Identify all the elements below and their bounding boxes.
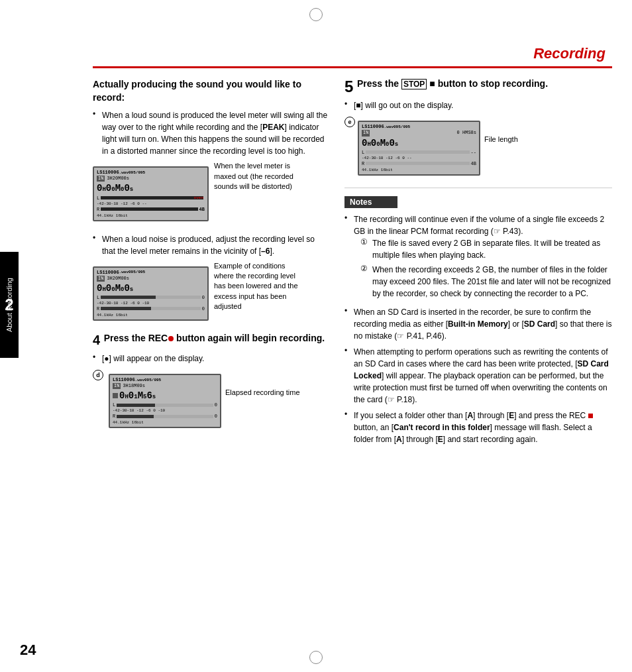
note-1-sub-2-num: ② bbox=[360, 264, 372, 300]
header-divider bbox=[93, 66, 612, 68]
display-2-caption: Example of conditions where the recordin… bbox=[214, 261, 300, 312]
note-3-dot: • bbox=[344, 346, 354, 406]
file-length-label: File length bbox=[484, 135, 518, 143]
step-4-number: 4 bbox=[93, 333, 100, 347]
elapsed-label: Elapsed recording time bbox=[225, 388, 300, 396]
note-1-sub-2: ② When the recording exceeds 2 GB, the n… bbox=[360, 264, 612, 300]
step-4-bullet-dot: • bbox=[93, 353, 102, 364]
bullet-dot-1: • bbox=[93, 109, 102, 157]
step-5-title: Press the STOP ■ button to stop recordin… bbox=[357, 78, 548, 89]
device-display-3: LS110006.wav 095/095 IN 3H18M09s 0H01M56… bbox=[109, 374, 221, 428]
step-5-bullet-1: • [■] will go out on the display. bbox=[344, 99, 612, 111]
step-5-number: 5 bbox=[344, 78, 353, 95]
chapter-label: About Recording bbox=[1, 258, 17, 351]
note-3-text: When attempting to perform operations su… bbox=[354, 346, 612, 406]
note-1-sub-1-num: ① bbox=[360, 237, 372, 261]
left-column: Actually producing the sound you would l… bbox=[93, 78, 328, 437]
step-5-bullet-dot: • bbox=[344, 99, 354, 111]
bullet-2: • When a loud noise is produced, adjust … bbox=[93, 233, 328, 257]
note-1-dot: • bbox=[344, 213, 354, 302]
bullet-1-text: When a loud sound is produced the level … bbox=[102, 109, 328, 157]
step-5-header: 5 Press the STOP ■ button to stop record… bbox=[344, 78, 612, 95]
note-2: • When an SD Card is inserted in the rec… bbox=[344, 306, 612, 342]
note-1-sub-1: ① The file is saved every 2 GB in separa… bbox=[360, 237, 612, 261]
device-display-1: LS110006.wav 095/095 IN 3H20M00s 0H00M00… bbox=[93, 166, 209, 221]
device-display-4: LS110006.wav 095/095 IN 0 HMS8s 0H00M00s… bbox=[358, 121, 480, 175]
notes-header: Notes bbox=[344, 196, 397, 208]
decoration-circle-bottom bbox=[309, 651, 323, 664]
display-4-area: e LS110006.wav 095/095 IN 0 HMS8s 0H00M0… bbox=[344, 115, 612, 180]
step-4-header: 4 Press the REC button again will begin … bbox=[93, 333, 328, 347]
main-content: Actually producing the sound you would l… bbox=[93, 72, 612, 639]
note-4-text: If you select a folder other than [A] th… bbox=[354, 410, 612, 445]
page-title: Recording bbox=[533, 45, 606, 62]
notes-section: Notes • The recording will continue even… bbox=[344, 196, 612, 445]
bullet-dot-2: • bbox=[93, 233, 102, 257]
note-4: • If you select a folder other than [A] … bbox=[344, 410, 612, 445]
section-title-text: Actually producing the sound you would l… bbox=[93, 79, 301, 103]
step-4-bullet-1: • [●] will appear on the display. bbox=[93, 353, 328, 364]
display-1-caption: When the level meter is maxed out (the r… bbox=[214, 161, 300, 192]
note-2-dot: • bbox=[344, 306, 354, 342]
file-length-text: File length bbox=[484, 135, 518, 143]
left-section-title: Actually producing the sound you would l… bbox=[93, 78, 328, 104]
note-2-text: When an SD Card is inserted in the recor… bbox=[354, 306, 612, 342]
display-2-area: LS110006.wav 095/095 IN 3H20M00s 0H00M00… bbox=[93, 261, 328, 326]
stop-label: STOP bbox=[401, 79, 427, 89]
note-4-dot: • bbox=[344, 410, 354, 445]
note-1-text: The recording will continue even if the … bbox=[354, 215, 604, 236]
display-1-area: LS110006.wav 095/095 IN 3H20M00s 0H00M00… bbox=[93, 161, 328, 226]
display-1-caption-text: When the level meter is maxed out (the r… bbox=[214, 162, 293, 190]
bullet-1: • When a loud sound is produced the leve… bbox=[93, 109, 328, 157]
circle-d-label: d bbox=[93, 370, 103, 380]
display-2-caption-text: Example of conditions where the recordin… bbox=[214, 262, 298, 311]
decoration-circle-top bbox=[309, 8, 323, 21]
bullet-2-text: When a loud noise is produced, adjust th… bbox=[102, 233, 328, 257]
display-3-area: d LS110006.wav 095/095 IN 3H18M09s 0H01M… bbox=[93, 368, 328, 433]
device-display-2: LS110006.wav 095/095 IN 3H20M00s 0H00M00… bbox=[93, 266, 209, 321]
page-number: 24 bbox=[20, 642, 36, 659]
step-5-bullet-text: [■] will go out on the display. bbox=[354, 99, 453, 111]
step-4-bullet-text: [●] will appear on the display. bbox=[102, 353, 204, 364]
note-3: • When attempting to perform operations … bbox=[344, 346, 612, 406]
note-1-sub-1-text: The file is saved every 2 GB in separate… bbox=[372, 237, 612, 261]
step-4-title: Press the REC button again will begin re… bbox=[104, 333, 325, 343]
note-1: • The recording will continue even if th… bbox=[344, 213, 612, 302]
elapsed-label-text: Elapsed recording time bbox=[225, 388, 300, 396]
circle-e-label: e bbox=[344, 117, 355, 127]
right-column: 5 Press the STOP ■ button to stop record… bbox=[344, 78, 612, 449]
section-divider bbox=[344, 188, 612, 188]
note-1-sub-2-text: When the recording exceeds 2 GB, the num… bbox=[372, 264, 612, 300]
